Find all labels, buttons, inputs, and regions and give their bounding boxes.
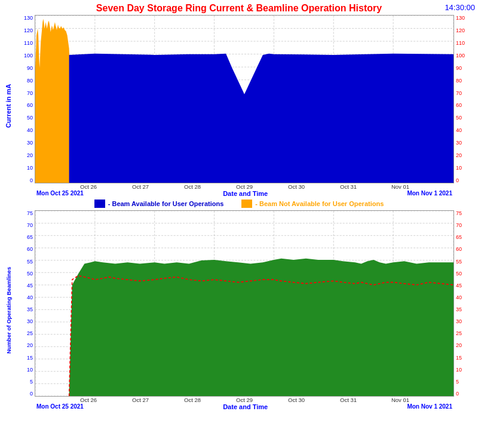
legend-item-2: - Beam Not Available for User Operations xyxy=(241,200,384,208)
svg-marker-23 xyxy=(35,19,72,183)
chart2-inner: 75 70 65 60 55 50 45 40 35 30 25 20 15 1… xyxy=(14,210,475,397)
chart1-svg xyxy=(35,16,454,183)
chart2-with-axes: 75 70 65 60 55 50 45 40 35 30 25 20 15 1… xyxy=(14,210,475,410)
chart2-date-right: Mon Nov 1 2021 xyxy=(407,403,452,410)
chart1-area: Current in mA 130 120 110 100 90 80 70 6… xyxy=(3,15,475,197)
chart2-left-axis: 75 70 65 60 55 50 45 40 35 30 25 20 15 1… xyxy=(14,210,35,397)
legend-item-1: - Beam Available for User Operations xyxy=(94,200,224,208)
chart1-bottom-dates: Mon Oct 25 2021 Date and Time Mon Nov 1 … xyxy=(14,190,475,197)
main-title: Seven Day Storage Ring Current & Beamlin… xyxy=(3,3,475,14)
chart2-area: Number of Operating Beamlines 75 70 65 6… xyxy=(3,210,475,410)
chart1-plot xyxy=(35,15,454,183)
chart2-right-axis: 75 70 65 60 55 50 45 40 35 30 25 20 15 1… xyxy=(454,210,475,397)
chart2-svg xyxy=(35,211,454,396)
chart1-date-right: Mon Nov 1 2021 xyxy=(407,190,452,197)
legend-box-blue xyxy=(94,200,105,208)
chart1-inner: 130 120 110 100 90 80 70 60 50 40 30 20 … xyxy=(14,15,475,183)
legend-box-orange xyxy=(241,200,252,208)
page-container: Seven Day Storage Ring Current & Beamlin… xyxy=(0,0,478,448)
svg-marker-24 xyxy=(69,54,454,183)
chart1-right-axis: 130 120 110 100 90 80 70 60 50 40 30 20 … xyxy=(454,15,475,183)
chart1-x-title: Date and Time xyxy=(223,190,268,197)
title-text: Seven Day Storage Ring Current & Beamlin… xyxy=(96,3,382,13)
chart1-x-labels: Oct 26 Oct 27 Oct 28 Oct 29 Oct 30 Oct 3… xyxy=(14,183,475,190)
chart1-date-left: Mon Oct 25 2021 xyxy=(36,190,84,197)
chart2-plot xyxy=(35,210,454,397)
chart2-section: Number of Operating Beamlines 75 70 65 6… xyxy=(3,210,475,410)
chart2-bottom-dates: Mon Oct 25 2021 Date and Time Mon Nov 1 … xyxy=(14,403,475,410)
chart2-x-title: Date and Time xyxy=(223,403,268,410)
chart2-y-label: Number of Operating Beamlines xyxy=(3,210,14,410)
chart2-x-labels: Oct 26 Oct 27 Oct 28 Oct 29 Oct 30 Oct 3… xyxy=(14,397,475,403)
chart1-y-label: Current in mA xyxy=(3,15,14,197)
chart1-with-axes: 130 120 110 100 90 80 70 60 50 40 30 20 … xyxy=(14,15,475,197)
chart1-section: Current in mA 130 120 110 100 90 80 70 6… xyxy=(3,15,475,197)
legend-label-2: - Beam Not Available for User Operations xyxy=(255,200,384,207)
chart1-left-axis: 130 120 110 100 90 80 70 60 50 40 30 20 … xyxy=(14,15,35,183)
legend-label-1: - Beam Available for User Operations xyxy=(108,200,224,207)
legend: - Beam Available for User Operations - B… xyxy=(3,197,475,210)
chart2-date-left: Mon Oct 25 2021 xyxy=(36,403,84,410)
timestamp: 14:30:00 xyxy=(445,3,475,12)
